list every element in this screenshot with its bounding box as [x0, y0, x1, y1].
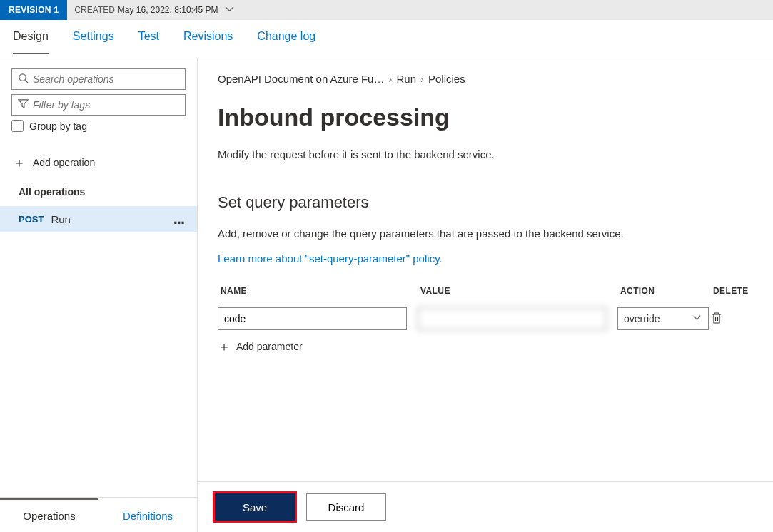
- filter-field[interactable]: [33, 99, 179, 111]
- footer-actions: Save Discard: [198, 481, 773, 532]
- section-title: Set query parameters: [218, 193, 753, 212]
- breadcrumb-run[interactable]: Run: [396, 73, 416, 85]
- param-value-input[interactable]: [418, 307, 607, 330]
- all-operations-header[interactable]: All operations: [0, 175, 197, 206]
- svg-point-0: [19, 74, 26, 81]
- page-title: Inbound processing: [218, 103, 753, 131]
- add-parameter-button[interactable]: ＋ Add parameter: [218, 337, 753, 353]
- add-operation-button[interactable]: ＋ Add operation: [0, 150, 197, 175]
- search-icon: [18, 73, 29, 86]
- operation-method: POST: [19, 214, 44, 225]
- th-value: VALUE: [418, 282, 617, 300]
- revision-bar: REVISION 1 CREATED May 16, 2022, 8:10:45…: [0, 0, 773, 20]
- operations-sidebar: Group by tag ＋ Add operation All operati…: [0, 58, 198, 532]
- created-label: CREATED: [74, 5, 114, 15]
- tab-settings[interactable]: Settings: [73, 30, 114, 53]
- chevron-right-icon: ›: [388, 73, 392, 85]
- tab-design[interactable]: Design: [13, 30, 49, 54]
- delete-param-button[interactable]: [710, 312, 723, 327]
- svg-line-1: [25, 80, 28, 83]
- plus-icon: ＋: [218, 340, 231, 353]
- discard-button[interactable]: Discard: [306, 493, 386, 521]
- chevron-down-icon: [221, 4, 235, 16]
- breadcrumb-api[interactable]: OpenAPI Document on Azure Fu…: [218, 73, 384, 85]
- plus-icon: ＋: [13, 156, 26, 169]
- sidebar-bottom-tabs: Operations Definitions: [0, 497, 197, 532]
- top-tabs: Design Settings Test Revisions Change lo…: [0, 20, 773, 58]
- tab-test[interactable]: Test: [138, 30, 159, 53]
- param-action-value: override: [624, 313, 660, 324]
- created-at: May 16, 2022, 8:10:45 PM: [118, 5, 218, 15]
- revision-dropdown[interactable]: CREATED May 16, 2022, 8:10:45 PM: [67, 0, 241, 20]
- main-panel: OpenAPI Document on Azure Fu… › Run › Po…: [198, 58, 773, 532]
- group-label: Group by tag: [29, 121, 87, 132]
- tab-definitions[interactable]: Definitions: [98, 498, 197, 532]
- param-action-select[interactable]: override: [617, 307, 709, 330]
- save-button[interactable]: Save: [215, 493, 295, 521]
- revision-badge: REVISION 1: [0, 0, 67, 20]
- add-parameter-label: Add parameter: [236, 341, 303, 352]
- param-table: NAME VALUE ACTION DELETE override ＋: [218, 282, 753, 353]
- tab-changelog[interactable]: Change log: [257, 30, 315, 53]
- add-operation-label: Add operation: [33, 157, 95, 168]
- tab-operations[interactable]: Operations: [0, 498, 98, 532]
- group-by-tag[interactable]: Group by tag: [11, 120, 186, 132]
- search-input[interactable]: [11, 68, 186, 90]
- search-field[interactable]: [33, 73, 179, 85]
- chevron-down-icon: [692, 312, 702, 325]
- learn-more-link[interactable]: Learn more about "set-query-parameter" p…: [218, 252, 443, 265]
- section-desc: Add, remove or change the query paramete…: [218, 227, 753, 240]
- tab-revisions[interactable]: Revisions: [183, 30, 233, 53]
- breadcrumb: OpenAPI Document on Azure Fu… › Run › Po…: [218, 73, 753, 85]
- th-action: ACTION: [617, 282, 710, 300]
- filter-input[interactable]: [11, 94, 186, 116]
- page-subtitle: Modify the request before it is sent to …: [218, 148, 753, 160]
- param-name-input[interactable]: [218, 307, 407, 330]
- ellipsis-icon[interactable]: ...: [173, 216, 184, 222]
- th-name: NAME: [218, 282, 418, 300]
- filter-icon: [18, 98, 29, 111]
- group-checkbox[interactable]: [11, 120, 24, 132]
- operation-item[interactable]: POST Run ...: [0, 206, 197, 232]
- th-delete: DELETE: [710, 282, 753, 300]
- operation-name: Run: [51, 213, 166, 225]
- chevron-right-icon: ›: [420, 73, 424, 85]
- breadcrumb-policies: Policies: [428, 73, 465, 85]
